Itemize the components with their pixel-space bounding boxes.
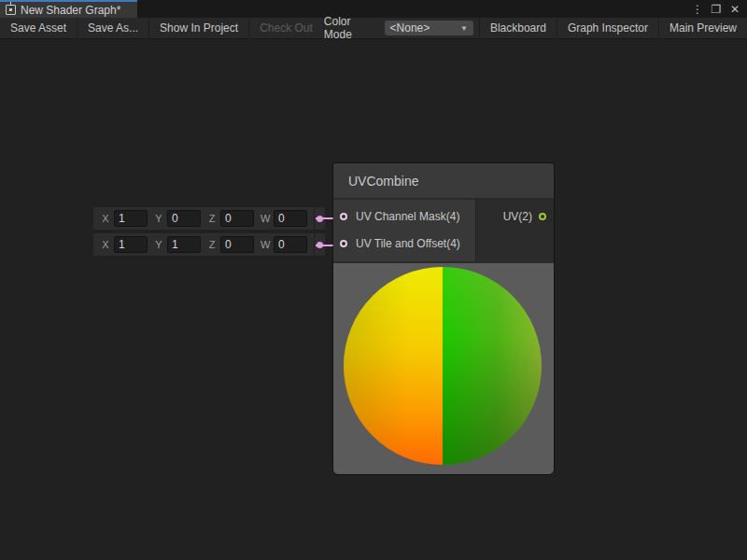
vector1-y-field[interactable]: [167, 210, 201, 227]
sphere-left-half: [344, 267, 443, 465]
y-label: Y: [154, 213, 163, 224]
input-port-icon[interactable]: [340, 213, 347, 220]
y-label: Y: [154, 239, 163, 250]
vector1-z-field[interactable]: [220, 210, 254, 227]
sphere-right-half: [443, 267, 542, 465]
node-input-ports: UV Channel Mask(4) UV Tile and Offset(4): [333, 200, 475, 261]
output-port-label: UV(2): [503, 210, 532, 223]
window-controls: ⋮ ❐ ✕: [691, 0, 747, 18]
vector2-z-field[interactable]: [220, 236, 254, 253]
input-port-row: UV Tile and Offset(4): [333, 230, 475, 257]
vector4-input-row-1[interactable]: X Y Z W: [93, 207, 325, 230]
blackboard-button[interactable]: Blackboard: [479, 18, 557, 38]
main-preview-button[interactable]: Main Preview: [658, 18, 747, 38]
node-preview: [333, 261, 554, 474]
show-in-project-button[interactable]: Show In Project: [149, 18, 249, 38]
node-uvcombine[interactable]: UVCombine UV Channel Mask(4) UV Tile and…: [333, 163, 554, 474]
z-label: Z: [207, 213, 217, 224]
check-out-button: Check Out: [249, 18, 324, 38]
shader-graph-icon: [6, 5, 16, 15]
maximize-icon[interactable]: ❐: [710, 3, 723, 16]
more-options-icon[interactable]: ⋮: [691, 3, 704, 16]
color-mode-dropdown[interactable]: <None> ▼: [385, 21, 473, 35]
save-asset-button[interactable]: Save Asset: [0, 18, 78, 38]
input-port-icon[interactable]: [340, 240, 347, 247]
preview-sphere: [344, 267, 542, 465]
w-label: W: [261, 213, 270, 224]
output-port-icon[interactable]: [539, 213, 546, 220]
color-mode-value: <None>: [390, 21, 430, 35]
shader-graph-toolbar: Save Asset Save As... Show In Project Ch…: [0, 18, 747, 39]
vector2-x-field[interactable]: [114, 236, 148, 253]
graph-inspector-button[interactable]: Graph Inspector: [557, 18, 658, 38]
node-title-bar[interactable]: UVCombine: [333, 163, 554, 200]
close-icon[interactable]: ✕: [728, 3, 741, 16]
dropdown-arrow-icon: ▼: [460, 24, 468, 33]
vector1-x-field[interactable]: [114, 210, 148, 227]
vector2-w-field[interactable]: [274, 236, 307, 253]
input-port-label: UV Channel Mask(4): [356, 210, 459, 223]
node-output-port: UV(2): [475, 200, 554, 261]
input-port-row: UV Channel Mask(4): [333, 203, 475, 230]
save-as-button[interactable]: Save As...: [78, 18, 149, 38]
tab-title: New Shader Graph*: [21, 4, 120, 17]
x-label: X: [101, 213, 110, 224]
graph-canvas[interactable]: X Y Z W X Y Z W UVCombine: [0, 39, 747, 560]
x-label: X: [101, 239, 110, 250]
document-tab[interactable]: New Shader Graph*: [0, 0, 137, 18]
node-title: UVCombine: [348, 174, 418, 189]
vector1-w-field[interactable]: [274, 210, 307, 227]
color-mode-label: Color Mode: [324, 18, 385, 38]
vector4-input-row-2[interactable]: X Y Z W: [93, 233, 325, 256]
input-port-label: UV Tile and Offset(4): [356, 237, 460, 250]
node-body: UV Channel Mask(4) UV Tile and Offset(4)…: [333, 200, 554, 261]
vector2-y-field[interactable]: [167, 236, 201, 253]
z-label: Z: [207, 239, 217, 250]
w-label: W: [261, 239, 270, 250]
